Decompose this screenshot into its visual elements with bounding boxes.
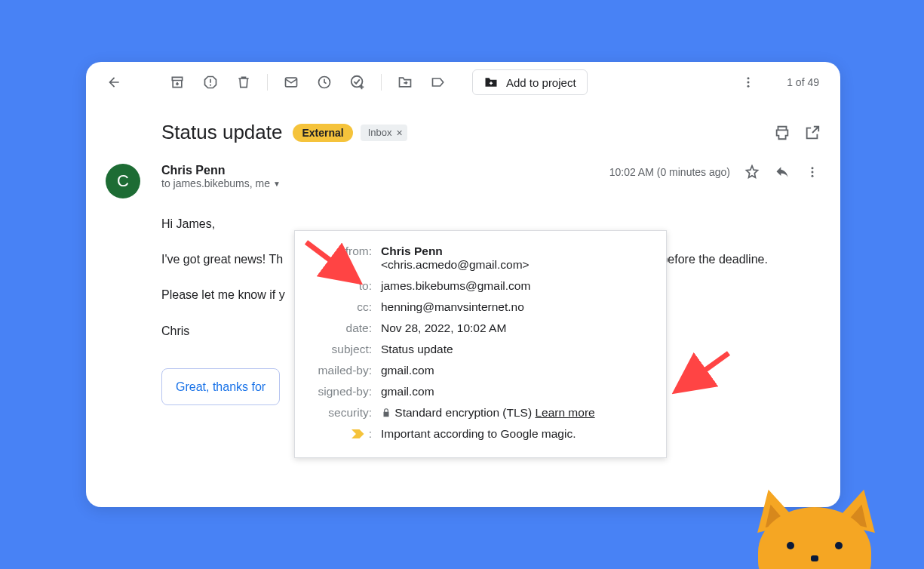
archive-icon [170, 75, 185, 90]
annotation-arrow [671, 347, 739, 400]
detail-label-important: : [309, 427, 381, 441]
detail-label-signed-by: signed-by: [309, 385, 381, 398]
svg-point-7 [747, 85, 750, 88]
reply-icon [775, 165, 790, 180]
more-button[interactable] [734, 68, 763, 97]
print-icon [774, 125, 790, 141]
email-subject: Status update [161, 121, 282, 144]
lock-icon [381, 408, 391, 418]
annotation-arrow [302, 238, 370, 291]
back-button[interactable] [100, 68, 128, 97]
svg-point-1 [210, 85, 211, 86]
sender-name: Chris Penn [161, 164, 281, 177]
recipients-line: to james.bikebums, me [161, 177, 270, 189]
svg-point-6 [747, 82, 750, 84]
folder-move-icon [398, 75, 413, 90]
detail-from-name: Chris Penn [381, 245, 443, 257]
decorative-cat [728, 484, 894, 569]
mark-unread-button[interactable] [277, 68, 305, 97]
subject-row: Status update External Inbox × [86, 103, 840, 150]
arrow-left-icon [106, 75, 121, 90]
svg-point-10 [812, 175, 814, 177]
svg-point-8 [812, 167, 814, 169]
caret-down-icon: ▼ [273, 180, 281, 188]
sender-avatar: C [106, 164, 140, 198]
detail-label-mailed-by: mailed-by: [309, 364, 381, 377]
detail-to: james.bikebums@gmail.com [381, 279, 652, 293]
detail-mailed-by: gmail.com [381, 364, 652, 377]
labels-button[interactable] [424, 68, 453, 97]
svg-line-12 [680, 353, 729, 388]
avatar-initial: C [117, 171, 129, 191]
trash-icon [236, 75, 251, 90]
svg-point-4 [351, 76, 363, 88]
label-icon [431, 75, 446, 90]
popout-icon [804, 125, 821, 141]
spam-icon [203, 75, 218, 90]
inbox-chip[interactable]: Inbox × [361, 125, 407, 141]
snooze-button[interactable] [310, 68, 339, 97]
popout-button[interactable] [804, 125, 821, 141]
star-icon [744, 165, 760, 180]
recipients-toggle[interactable]: to james.bikebums, me ▼ [161, 177, 281, 189]
external-chip: External [293, 124, 352, 142]
importance-marker-icon [351, 429, 365, 439]
inbox-chip-label: Inbox [368, 127, 392, 138]
svg-line-11 [306, 242, 355, 278]
detail-date: Nov 28, 2022, 10:02 AM [381, 321, 652, 335]
detail-label-cc: cc: [309, 300, 381, 314]
toolbar-separator [267, 74, 268, 91]
task-add-icon [349, 74, 366, 91]
star-button[interactable] [744, 164, 760, 180]
message-more-button[interactable] [804, 164, 821, 180]
more-vert-icon [741, 75, 755, 89]
reply-button[interactable] [774, 164, 790, 180]
inbox-chip-remove[interactable]: × [397, 127, 403, 139]
more-vert-icon [806, 165, 819, 179]
spam-button[interactable] [196, 68, 225, 97]
detail-label-date: date: [309, 321, 381, 335]
timestamp: 10:02 AM (0 minutes ago) [609, 166, 730, 178]
add-to-project-label: Add to project [506, 76, 576, 89]
svg-point-5 [747, 77, 750, 79]
clock-icon [317, 75, 332, 90]
detail-important: Important according to Google magic. [381, 427, 652, 441]
toolbar: Add to project 1 of 49 [86, 62, 840, 103]
pagination-count: 1 of 49 [787, 76, 819, 88]
smart-reply-chip[interactable]: Great, thanks for [161, 368, 280, 405]
toolbar-separator [381, 74, 382, 91]
detail-from-email: <chris.acmedo@gmail.com> [381, 258, 530, 271]
detail-subject: Status update [381, 343, 652, 356]
archive-button[interactable] [163, 68, 192, 97]
add-to-project-button[interactable]: Add to project [472, 69, 588, 95]
learn-more-link[interactable]: Learn more [535, 406, 594, 419]
detail-signed-by: gmail.com [381, 385, 652, 398]
mail-icon [284, 75, 299, 90]
folder-plus-icon [483, 75, 499, 90]
add-task-button[interactable] [343, 68, 372, 97]
detail-security: Standard encryption (TLS) Learn more [381, 406, 652, 420]
print-button[interactable] [774, 125, 790, 141]
sender-row: C Chris Penn to james.bikebums, me ▼ 10:… [86, 150, 840, 198]
detail-cc: henning@manvsinternet.no [381, 300, 652, 314]
detail-label-subject: subject: [309, 343, 381, 356]
svg-point-9 [812, 171, 814, 174]
detail-label-security: security: [309, 406, 381, 420]
move-to-button[interactable] [391, 68, 419, 97]
delete-button[interactable] [229, 68, 258, 97]
